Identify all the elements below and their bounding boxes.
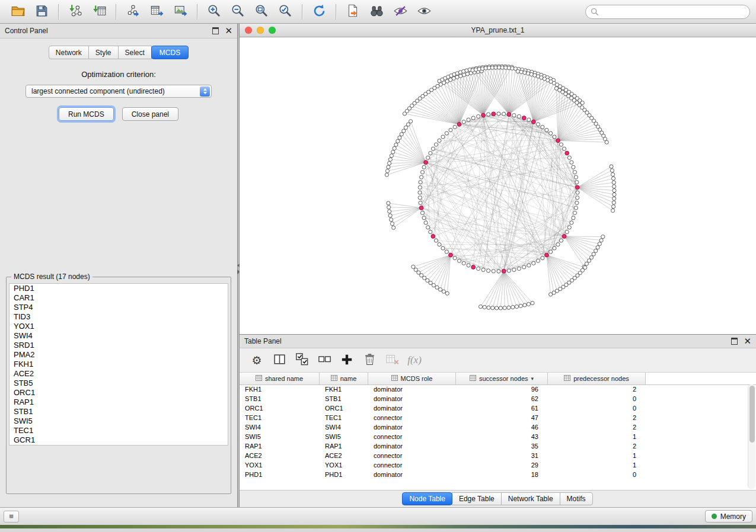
table-cell: 0 <box>548 405 646 412</box>
apply-layout-button[interactable] <box>307 2 331 22</box>
column-settings-button[interactable]: ⚙ <box>247 351 267 370</box>
column-header-label: MCDS role <box>401 375 433 382</box>
network-canvas-svg <box>240 37 755 334</box>
table-column-icon <box>331 375 337 382</box>
control-panel-close-button[interactable]: ✕ <box>225 28 232 34</box>
table-cell: YOX1 <box>240 462 320 469</box>
table-panel-float-button[interactable] <box>731 338 738 345</box>
column-header-MCDS-role[interactable]: MCDS role <box>368 373 456 384</box>
plus-icon <box>340 352 354 368</box>
export-table-button[interactable] <box>145 2 168 22</box>
table-row[interactable]: SWI5SWI5connector431 <box>240 432 756 441</box>
table-cell: 18 <box>456 471 548 478</box>
column-header-label: shared name <box>265 375 303 382</box>
import-table-from-file-button[interactable] <box>87 2 111 22</box>
import-network-from-file-button[interactable] <box>63 2 87 22</box>
columns-icon <box>273 352 286 368</box>
mcds-result-item[interactable]: PHD1 <box>9 284 228 293</box>
share-doc-icon <box>346 4 360 20</box>
column-header-name[interactable]: name <box>320 373 368 384</box>
window-zoom-button[interactable] <box>269 27 276 34</box>
control-panel-float-button[interactable] <box>212 27 219 34</box>
table-row[interactable]: YOX1YOX1connector291 <box>240 460 756 470</box>
table-row[interactable]: TEC1TEC1connector472 <box>240 413 756 422</box>
mcds-result-item[interactable]: STP4 <box>9 303 228 312</box>
mcds-result-item[interactable]: ORC1 <box>9 388 228 398</box>
mcds-result-item[interactable]: TEC1 <box>9 426 228 435</box>
column-header-shared-name[interactable]: shared name <box>240 373 320 384</box>
status-menu-button[interactable]: ≡ <box>4 511 19 523</box>
show-graphics-details-button[interactable] <box>412 2 436 22</box>
tab-style[interactable]: Style <box>88 46 119 59</box>
window-minimize-button[interactable] <box>257 27 264 34</box>
deselect-all-rows-button[interactable] <box>314 351 334 370</box>
mcds-result-item[interactable]: PMA2 <box>9 350 228 360</box>
memory-button[interactable]: Memory <box>705 510 752 523</box>
toolbar-separator <box>302 4 302 20</box>
dropdown-stepper-icon <box>200 86 210 97</box>
tab-network-table[interactable]: Network Table <box>501 492 560 505</box>
export-network-button[interactable] <box>121 2 145 22</box>
mcds-result-item[interactable]: CAR1 <box>9 293 228 303</box>
table-delete-icon <box>385 352 400 368</box>
save-session-button[interactable] <box>30 2 53 22</box>
table-cell: 46 <box>456 424 548 431</box>
find-button[interactable] <box>365 2 388 22</box>
run-mcds-button[interactable]: Run MCDS <box>59 107 114 121</box>
optimization-criterion-select[interactable]: largest connected component (undirected) <box>25 85 212 98</box>
table-row[interactable]: RAP1RAP1dominator352 <box>240 441 756 451</box>
add-column-button[interactable] <box>337 351 357 370</box>
mcds-result-item[interactable]: YOX1 <box>9 322 228 331</box>
mcds-result-item[interactable]: STB1 <box>9 407 228 416</box>
select-all-rows-button[interactable] <box>292 351 312 370</box>
close-panel-button[interactable]: Close panel <box>122 107 178 121</box>
mcds-result-item[interactable]: GCR1 <box>9 435 228 445</box>
tab-motifs[interactable]: Motifs <box>560 492 593 505</box>
tab-mcds[interactable]: MCDS <box>151 46 189 59</box>
tab-select[interactable]: Select <box>118 46 152 59</box>
window-close-button[interactable] <box>245 27 252 34</box>
search-box[interactable] <box>585 5 750 19</box>
tab-edge-table[interactable]: Edge Table <box>452 492 502 505</box>
table-cell: SWI5 <box>240 433 320 440</box>
mcds-result-item[interactable]: FKH1 <box>9 360 228 369</box>
mcds-result-item[interactable]: STB5 <box>9 379 228 388</box>
table-row[interactable]: PHD1PHD1dominator180 <box>240 470 756 479</box>
search-input[interactable] <box>602 5 745 18</box>
table-scrollbar-thumb[interactable] <box>749 386 755 443</box>
tab-network[interactable]: Network <box>49 46 89 59</box>
table-cell: TEC1 <box>320 414 368 421</box>
mcds-result-item[interactable]: SWI5 <box>9 416 228 426</box>
hide-graphics-button[interactable] <box>388 2 412 22</box>
table-row[interactable]: ORC1ORC1dominator610 <box>240 403 756 413</box>
table-cell: dominator <box>368 424 456 431</box>
mcds-result-item[interactable]: SRD1 <box>9 341 228 350</box>
column-header-successor-nodes[interactable]: successor nodes▾ <box>456 373 548 384</box>
zoom-out-button[interactable] <box>226 2 250 22</box>
share-network-button[interactable] <box>341 2 365 22</box>
network-canvas[interactable] <box>240 37 756 334</box>
open-session-button[interactable] <box>6 2 30 22</box>
table-row[interactable]: ACE2ACE2connector311 <box>240 451 756 460</box>
zoom-fit-button[interactable] <box>250 2 273 22</box>
mcds-result-item[interactable]: TID3 <box>9 312 228 322</box>
folder-icon <box>11 4 25 20</box>
zoom-in-button[interactable] <box>202 2 226 22</box>
table-cell: connector <box>368 462 456 469</box>
zoom-selected-button[interactable] <box>273 2 297 22</box>
mcds-result-item[interactable]: RAP1 <box>9 398 228 407</box>
column-header-predecessor-nodes[interactable]: predecessor nodes <box>548 373 646 384</box>
export-image-button[interactable] <box>168 2 192 22</box>
mcds-result-item[interactable]: ACE2 <box>9 369 228 379</box>
table-row[interactable]: SWI4SWI4dominator462 <box>240 422 756 432</box>
refresh-icon <box>312 4 327 20</box>
tab-node-table[interactable]: Node Table <box>402 492 452 505</box>
table-row[interactable]: FKH1FKH1dominator962 <box>240 384 756 394</box>
delete-column-button[interactable] <box>359 351 379 370</box>
mcds-result-item[interactable]: SWI4 <box>9 331 228 341</box>
show-columns-button[interactable] <box>269 351 289 370</box>
mcds-result-list[interactable]: PHD1CAR1STP4TID3YOX1SWI4SRD1PMA2FKH1ACE2… <box>9 283 228 446</box>
table-scrollbar[interactable] <box>748 384 755 489</box>
table-row[interactable]: STB1STB1dominator620 <box>240 394 756 403</box>
table-panel-close-button[interactable]: ✕ <box>744 338 751 344</box>
